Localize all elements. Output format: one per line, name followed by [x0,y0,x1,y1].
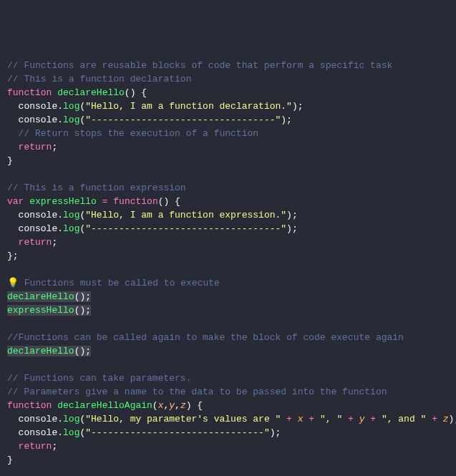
punct: ) { [186,400,203,411]
punct: ); [286,210,298,220]
comment: Functions must be called to execute [19,278,220,288]
call-declareHello: declareHello [7,291,74,302]
punct: () { [158,196,180,207]
call-expressHello: expressHello [7,305,74,316]
method-log: log [63,223,79,234]
string: "-------------------------------" [85,427,269,438]
method-log: log [63,115,79,125]
punct: } [7,155,13,166]
obj-console: console [19,101,58,112]
punct: (); [74,305,91,316]
string: "Hello, I am a function declaration." [85,101,292,112]
keyword-return: return [19,142,52,152]
string: ", and " [382,414,426,424]
obj-console: console [19,223,58,234]
keyword-function: function [7,400,52,411]
method-log: log [63,210,79,220]
punct: }; [7,251,19,261]
keyword-function: function [113,196,157,207]
lightbulb-icon: 💡 [7,278,19,288]
punct: ); [286,223,298,234]
operator-plus: + [370,414,376,424]
punct: ); [270,427,281,438]
method-log: log [63,101,79,112]
param-y: y [359,414,365,424]
method-log: log [63,427,79,438]
obj-console: console [19,115,58,125]
operator-eq: = [102,196,108,207]
param-z: z [443,414,449,424]
obj-console: console [19,210,58,220]
operator-plus: + [348,414,354,424]
punct: () { [125,87,147,98]
fn-declareHello: declareHello [57,87,125,98]
punct: ; [52,142,57,152]
operator-plus: + [432,414,437,424]
call-declareHello: declareHello [7,346,74,356]
keyword-return: return [19,441,52,452]
operator-plus: + [286,414,292,424]
punct: ); [292,101,304,112]
punct: ; [52,237,57,248]
punct: (); [74,346,91,356]
fn-declareHelloAgain: declareHelloAgain [57,400,152,411]
punct: . [57,427,63,438]
obj-console: console [19,427,58,438]
param-z: z [180,400,186,411]
param-y: y [169,400,175,411]
string: "Hello, my parameter's values are " [85,414,281,424]
punct: . [57,101,63,112]
punct: . [57,210,63,220]
punct: . [57,223,63,234]
keyword-var: var [7,196,24,207]
comment: // Functions can take parameters. [7,373,191,384]
punct: ); [281,115,292,125]
comment: // This is a function expression [7,183,186,193]
comment: // Parameters give a name to the data to… [7,387,387,397]
obj-console: console [19,414,58,424]
param-x: x [298,414,304,424]
punct: ; [52,441,57,452]
comment: // Functions are reusable blocks of code… [7,60,392,71]
string: "Hello, I am a function expression." [85,210,286,220]
method-log: log [63,414,79,424]
string: "---------------------------------" [85,115,281,125]
keyword-function: function [7,87,52,98]
comment: //Functions can be called again to make … [7,332,404,343]
punct: , [175,400,180,411]
string: "----------------------------------" [85,223,286,234]
comment: // Return stops the execution of a funct… [19,128,258,139]
punct: ( [152,400,158,411]
string: ", " [320,414,342,424]
keyword-return: return [19,237,52,248]
punct: . [57,414,63,424]
punct: } [7,455,13,465]
punct: ); [449,414,456,424]
comment: // This is a function declaration [7,74,191,84]
punct: (); [74,291,91,302]
operator-plus: + [309,414,314,424]
punct: . [57,115,63,125]
fn-expressHello: expressHello [29,196,97,207]
